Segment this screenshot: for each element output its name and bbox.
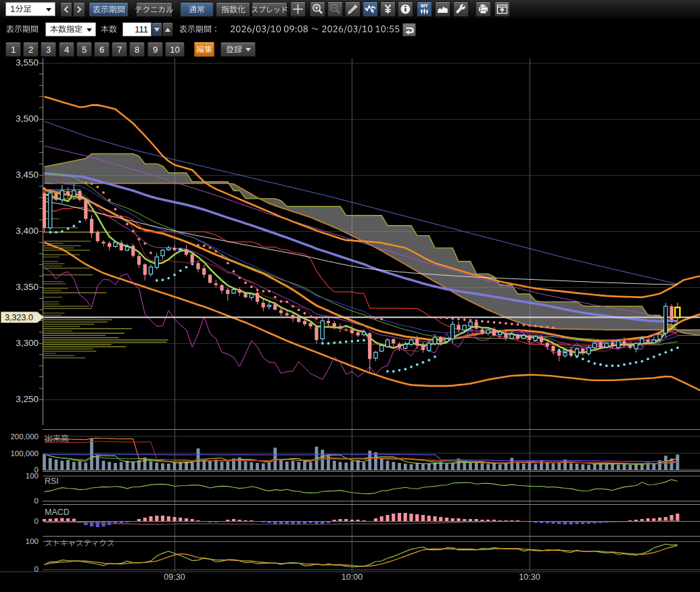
technical-button-label: [135, 5, 174, 15]
count-input[interactable]: 111: [122, 22, 151, 36]
timeframe-select[interactable]: [5, 2, 55, 16]
price-axis-label: 3,550: [16, 58, 39, 68]
printer-button[interactable]: [475, 1, 491, 17]
range-type-select[interactable]: [45, 22, 96, 36]
macd-histogram: [43, 513, 679, 527]
count-input-value: 111: [135, 24, 148, 34]
preset-button-3-label: 3: [46, 45, 51, 55]
display-period-label: [6, 22, 39, 36]
count-increment-button[interactable]: [162, 22, 173, 36]
stoch-axis-label: 0: [34, 565, 39, 573]
chevron-right-icon: [76, 6, 82, 13]
edit-button-label: [196, 45, 212, 55]
display-period-button-label: [93, 5, 125, 15]
preset-button-2[interactable]: 2: [23, 42, 39, 57]
next-button[interactable]: [73, 2, 85, 17]
preset-button-1[interactable]: 1: [5, 42, 21, 57]
pencil-button[interactable]: [345, 1, 360, 17]
wrench-button[interactable]: [453, 1, 469, 17]
dropdown-arrow-icon: [246, 48, 251, 51]
rsi-pane-label: RSI: [45, 476, 59, 486]
volume-pane-label: [45, 435, 68, 442]
info-button[interactable]: [398, 1, 413, 17]
preset-button-4[interactable]: 4: [59, 42, 74, 57]
info-icon: [398, 1, 413, 17]
price-axis-label: 3,250: [16, 394, 39, 404]
rsi-axis-label: 100: [26, 472, 39, 480]
pencil-icon: [346, 1, 360, 17]
preset-button-3[interactable]: 3: [41, 42, 56, 57]
my-chart-button[interactable]: MY: [417, 1, 432, 17]
candles: [43, 183, 680, 372]
stoch-axis-label: 100: [26, 537, 39, 545]
series-vol-ma20: [45, 441, 678, 464]
volume-axis-label: 200,000: [10, 433, 39, 441]
reload-button[interactable]: [402, 23, 416, 36]
area-chart-button[interactable]: [435, 1, 450, 17]
timeframe-select-value: [10, 4, 32, 14]
preset-button-1-label: 1: [11, 45, 16, 55]
count-label: [101, 22, 117, 36]
rsi-axis-label: 0: [34, 497, 39, 505]
indexed-mode-button[interactable]: [216, 2, 250, 17]
prev-button[interactable]: [60, 2, 72, 17]
svg-text:MY: MY: [421, 3, 428, 9]
crosshair-icon: [291, 1, 305, 17]
line-pointer-button[interactable]: [363, 1, 378, 17]
period-range-value: [230, 22, 400, 36]
time-axis-label: 10:30: [519, 572, 540, 582]
wrench-icon: [454, 1, 468, 17]
edit-button[interactable]: [194, 42, 214, 57]
price-axis-label: 3,400: [16, 226, 39, 236]
register-button[interactable]: [220, 42, 256, 57]
zoom-in-icon: [310, 1, 325, 17]
preset-button-7[interactable]: 7: [112, 42, 127, 57]
time-axis-label: 09:30: [164, 572, 185, 582]
printer-icon: [476, 1, 490, 17]
current-price-label: 3,323.0: [5, 313, 33, 322]
display-period-button[interactable]: [89, 2, 129, 17]
line-pointer-icon: [363, 1, 377, 17]
select-arrow-icon: [46, 8, 51, 11]
price-axis-label: 3,450: [16, 170, 39, 180]
register-button-label: [226, 45, 242, 55]
crosshair-button[interactable]: [290, 1, 306, 17]
period-toolbar: 111: [0, 19, 700, 39]
chart-area[interactable]: 3,5503,5003,4503,4003,3503,3003,2503,323…: [0, 58, 700, 592]
preset-button-8[interactable]: 8: [129, 42, 145, 57]
spread-mode-button-label: [251, 5, 288, 15]
spread-mode-button[interactable]: [252, 2, 287, 17]
triangle-down-icon: [154, 28, 160, 32]
zoom-in-button[interactable]: [310, 1, 325, 17]
main-toolbar: MY: [0, 0, 700, 19]
chevron-left-icon: [64, 6, 69, 13]
my-chart-icon: MY: [417, 1, 431, 17]
chart-window: MY 111 12345678910 3,5503,5003,4503,4003…: [0, 0, 700, 592]
preset-button-5-label: 5: [82, 45, 87, 55]
period-range-label: [179, 22, 220, 36]
preset-button-6-label: 6: [99, 45, 104, 55]
preset-button-6[interactable]: 6: [94, 42, 110, 57]
time-axis-label: 10:00: [342, 572, 363, 582]
preset-button-10[interactable]: 10: [165, 42, 185, 57]
stochastics-pane-label: [45, 540, 114, 547]
count-decrement-button[interactable]: [151, 22, 162, 36]
preset-button-9[interactable]: 9: [147, 42, 163, 57]
open-window-icon: [495, 1, 509, 17]
open-window-button[interactable]: [494, 1, 510, 17]
yen-button[interactable]: [380, 1, 396, 17]
normal-mode-button[interactable]: [180, 2, 214, 17]
area-chart-icon: [436, 1, 450, 17]
preset-button-5[interactable]: 5: [76, 42, 92, 57]
price-chart: 3,5503,5003,4503,4003,3503,3003,2503,323…: [0, 58, 700, 592]
preset-button-8-label: 8: [135, 45, 139, 55]
normal-mode-button-label: [189, 5, 205, 15]
price-axis-label: 3,350: [16, 282, 39, 292]
range-type-select-value: [50, 24, 83, 34]
preset-button-4-label: 4: [64, 45, 69, 55]
yen-icon: [381, 1, 395, 17]
technical-button[interactable]: [136, 2, 172, 17]
triangle-up-icon: [165, 28, 170, 32]
zoom-out-button[interactable]: [327, 1, 343, 17]
indexed-mode-button-label: [221, 5, 246, 15]
